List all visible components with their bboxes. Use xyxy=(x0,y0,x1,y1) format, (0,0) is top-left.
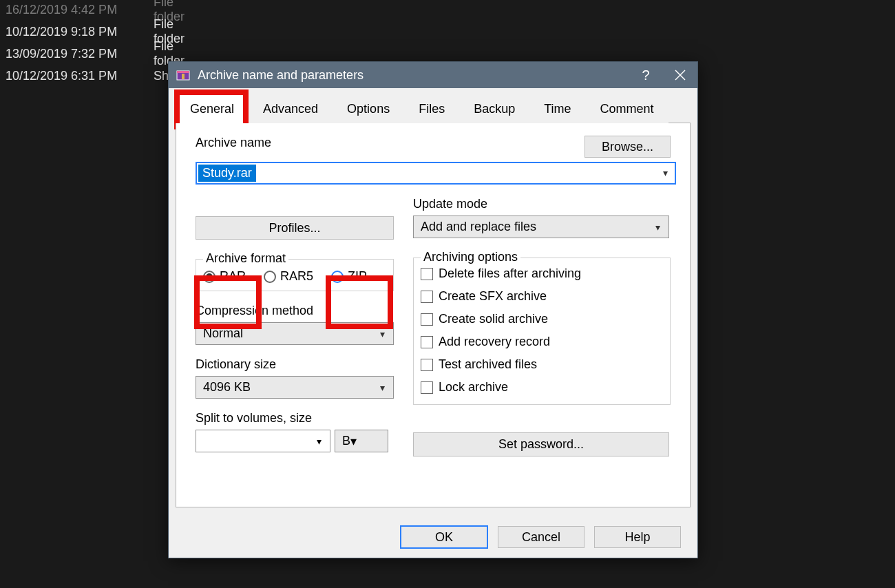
split-unit-select[interactable]: B ▾ xyxy=(335,430,388,452)
checkbox-icon xyxy=(421,359,433,371)
dictionary-size-select[interactable]: 4096 KB ▾ xyxy=(196,376,394,399)
compression-method-value: Normal xyxy=(203,326,243,341)
dialog-title: Archive name and parameters xyxy=(198,68,629,83)
check-solid[interactable]: Create solid archive xyxy=(421,312,663,326)
chevron-down-icon: ▾ xyxy=(317,436,322,447)
check-test[interactable]: Test archived files xyxy=(421,357,663,372)
archive-name-value: Study.rar xyxy=(198,165,256,182)
bg-row: 10/12/2019 9:18 PM File folder xyxy=(6,21,129,43)
browse-button[interactable]: Browse... xyxy=(585,136,671,158)
checkbox-icon xyxy=(421,381,433,394)
archive-name-label: Archive name xyxy=(196,136,576,150)
archiving-options-group: Archiving options Delete files after arc… xyxy=(413,258,671,405)
tab-files[interactable]: Files xyxy=(404,94,459,123)
dictionary-size-label: Dictionary size xyxy=(196,357,394,372)
archive-format-group: Archive format RAR RAR5 xyxy=(196,259,394,291)
dialog-archive-params: Archive name and parameters ? General Ad… xyxy=(168,61,698,558)
radio-zip-label: ZIP xyxy=(348,269,367,284)
tab-time[interactable]: Time xyxy=(529,94,585,123)
tab-panel-general: Archive name Browse... Study.rar ▾ Profi… xyxy=(176,123,691,507)
tab-backup[interactable]: Backup xyxy=(459,94,529,123)
close-icon[interactable] xyxy=(663,62,697,88)
titlebar[interactable]: Archive name and parameters ? xyxy=(169,62,697,88)
check-lock[interactable]: Lock archive xyxy=(421,380,663,395)
update-mode-select[interactable]: Add and replace files ▾ xyxy=(413,216,669,238)
bg-date: 10/12/2019 9:18 PM xyxy=(6,25,129,39)
bg-row: 13/09/2019 7:32 PM File folder xyxy=(6,43,129,65)
check-recovery[interactable]: Add recovery record xyxy=(421,335,663,349)
cancel-button[interactable]: Cancel xyxy=(498,526,585,548)
set-password-button[interactable]: Set password... xyxy=(413,432,669,456)
tab-advanced[interactable]: Advanced xyxy=(249,94,333,123)
radio-icon xyxy=(331,271,344,283)
radio-rar5[interactable]: RAR5 xyxy=(264,269,313,284)
profiles-button[interactable]: Profiles... xyxy=(196,216,394,240)
checkbox-icon xyxy=(421,291,433,303)
archiving-options-legend: Archiving options xyxy=(421,250,520,264)
checkbox-icon xyxy=(421,336,433,348)
dictionary-size-value: 4096 KB xyxy=(203,380,251,395)
split-label: Split to volumes, size xyxy=(196,411,394,426)
radio-icon xyxy=(203,271,215,283)
chevron-down-icon: ▾ xyxy=(380,382,385,393)
radio-rar[interactable]: RAR xyxy=(203,269,246,284)
split-size-input[interactable]: ▾ xyxy=(196,430,330,452)
archive-format-legend: Archive format xyxy=(203,251,288,266)
bg-type: Sh xyxy=(154,69,169,83)
radio-rar5-label: RAR5 xyxy=(280,269,313,284)
checkbox-icon xyxy=(421,268,433,280)
dialog-footer: OK Cancel Help xyxy=(169,516,697,558)
chevron-down-icon: ▾ xyxy=(380,328,385,339)
check-sfx[interactable]: Create SFX archive xyxy=(421,289,663,304)
bg-date: 16/12/2019 4:42 PM xyxy=(6,3,129,17)
bg-date: 10/12/2019 6:31 PM xyxy=(6,69,129,83)
ok-button[interactable]: OK xyxy=(400,525,488,549)
checkbox-icon xyxy=(421,313,433,326)
bg-row: 16/12/2019 4:42 PM File folder xyxy=(6,0,129,21)
update-mode-value: Add and replace files xyxy=(421,220,536,234)
bg-row: 10/12/2019 6:31 PM Sh xyxy=(6,65,129,87)
radio-zip[interactable]: ZIP xyxy=(331,269,367,284)
bg-date: 13/09/2019 7:32 PM xyxy=(6,47,129,61)
compression-method-label: Compression method xyxy=(196,304,394,318)
radio-rar-label: RAR xyxy=(220,269,246,284)
chevron-down-icon: ▾ xyxy=(350,434,357,449)
svg-rect-1 xyxy=(177,71,189,73)
tab-general[interactable]: General xyxy=(176,94,249,123)
help-button[interactable]: Help xyxy=(594,526,681,548)
svg-rect-2 xyxy=(182,74,185,79)
radio-icon xyxy=(264,271,276,283)
tabs: General Advanced Options Files Backup Ti… xyxy=(176,94,691,123)
tab-options[interactable]: Options xyxy=(333,94,404,123)
tab-comment[interactable]: Comment xyxy=(586,94,668,123)
help-icon[interactable]: ? xyxy=(629,62,663,88)
update-mode-label: Update mode xyxy=(413,197,671,211)
archive-name-input[interactable]: Study.rar ▾ xyxy=(196,162,676,185)
desktop: 16/12/2019 4:42 PM File folder 10/12/201… xyxy=(0,0,895,588)
compression-method-select[interactable]: Normal ▾ xyxy=(196,322,394,345)
check-delete[interactable]: Delete files after archiving xyxy=(421,266,663,281)
chevron-down-icon: ▾ xyxy=(655,222,660,233)
split-unit-value: B xyxy=(342,434,350,448)
winrar-icon xyxy=(176,67,191,83)
chevron-down-icon: ▾ xyxy=(663,167,668,178)
